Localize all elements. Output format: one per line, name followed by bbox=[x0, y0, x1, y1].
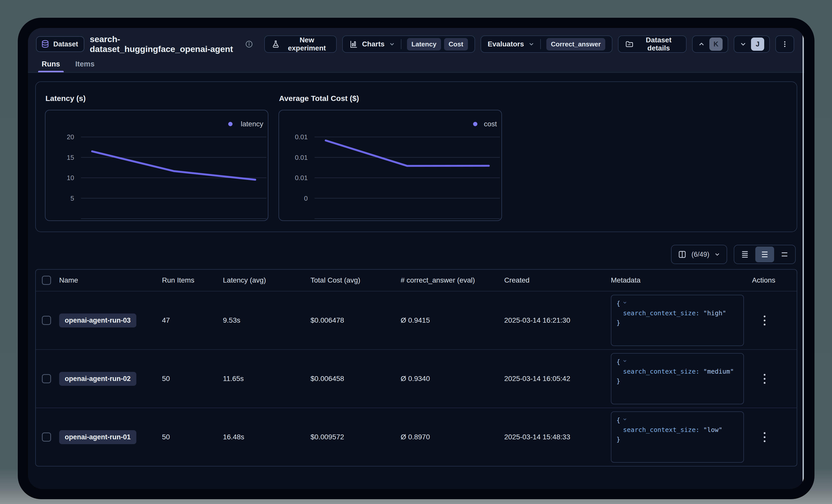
table-header-row: NameRun ItemsLatency (avg)Total Cost (av… bbox=[36, 270, 797, 291]
json-open-brace: { bbox=[617, 416, 738, 425]
metadata-cell: {search_context_size: "high"} bbox=[611, 295, 752, 346]
json-value: "low" bbox=[703, 426, 722, 433]
app-window: Dataset search-dataset_huggingface_opena… bbox=[18, 18, 814, 499]
json-key: search_context_size: bbox=[623, 309, 703, 317]
correct-answer-eval-cell: Ø 0.9415 bbox=[401, 316, 504, 325]
row-height-tall-button[interactable] bbox=[775, 247, 794, 262]
svg-text:cost: cost bbox=[484, 120, 497, 128]
row-actions-menu[interactable] bbox=[762, 314, 797, 327]
evaluator-chip-correct-answer[interactable]: Correct_answer bbox=[546, 38, 605, 51]
chevron-down-icon bbox=[528, 41, 535, 48]
row-actions-menu[interactable] bbox=[762, 372, 797, 385]
chevron-down-icon bbox=[739, 40, 747, 48]
json-open-brace: { bbox=[617, 299, 738, 308]
column-header-run-items: Run Items bbox=[162, 276, 223, 284]
active-tab-underline bbox=[38, 71, 64, 72]
json-entry: search_context_size: "low" bbox=[617, 425, 738, 435]
evaluators-dropdown[interactable]: Evaluators bbox=[488, 40, 524, 48]
run-items-cell: 50 bbox=[162, 433, 223, 441]
column-header--correct-answer-eval-: # correct_answer (eval) bbox=[401, 276, 504, 284]
json-collapse-chevron-icon[interactable] bbox=[622, 417, 627, 422]
info-icon[interactable] bbox=[245, 40, 253, 48]
dataset-type-badge: Dataset bbox=[36, 36, 84, 52]
dot bbox=[764, 382, 765, 384]
column-header-metadata: Metadata bbox=[611, 276, 752, 284]
row-height-medium-button[interactable] bbox=[755, 247, 774, 262]
dataset-details-button[interactable]: Dataset details bbox=[618, 35, 686, 53]
svg-text:0.01: 0.01 bbox=[295, 133, 308, 141]
prev-shortcut-button[interactable]: K bbox=[692, 35, 728, 53]
divider bbox=[540, 39, 541, 49]
table-row: openai-agent-run-025011.65s$0.006458Ø 0.… bbox=[36, 349, 797, 408]
cost-chart-title: Average Total Cost ($) bbox=[279, 94, 502, 103]
kebab-menu-icon bbox=[781, 40, 788, 49]
chart-chip-cost[interactable]: Cost bbox=[444, 38, 468, 51]
divider bbox=[401, 39, 401, 49]
json-value: "medium" bbox=[703, 368, 734, 375]
dataset-badge-label: Dataset bbox=[53, 40, 78, 48]
created-cell: 2025-03-14 15:48:33 bbox=[504, 433, 611, 441]
tabs: RunsItems bbox=[36, 57, 794, 72]
dot bbox=[764, 436, 765, 438]
dot bbox=[764, 374, 765, 376]
run-name-chip[interactable]: openai-agent-run-03 bbox=[59, 313, 136, 328]
row-checkbox[interactable] bbox=[42, 374, 51, 383]
new-experiment-button[interactable]: New experiment bbox=[264, 35, 336, 53]
table-controls: (6/49) bbox=[35, 245, 797, 264]
columns-selector-button[interactable]: (6/49) bbox=[671, 245, 727, 264]
chevron-up-icon bbox=[698, 40, 705, 48]
vertical-scrollbar[interactable] bbox=[803, 32, 804, 485]
dataset-details-label: Dataset details bbox=[638, 36, 679, 52]
dot bbox=[764, 440, 765, 442]
dot bbox=[764, 315, 765, 317]
svg-text:0.01: 0.01 bbox=[295, 154, 308, 161]
latency-avg-cell: 16.48s bbox=[223, 433, 311, 441]
charts-dropdown[interactable]: Charts bbox=[362, 40, 385, 48]
more-menu-button[interactable] bbox=[775, 35, 794, 53]
tab-items[interactable]: Items bbox=[70, 57, 100, 72]
runs-table: NameRun ItemsLatency (avg)Total Cost (av… bbox=[35, 269, 797, 467]
svg-text:latency: latency bbox=[241, 120, 263, 128]
json-key: search_context_size: bbox=[623, 426, 703, 433]
chart-chip-latency[interactable]: Latency bbox=[407, 38, 441, 51]
row-checkbox-cell bbox=[36, 316, 59, 325]
dot bbox=[764, 319, 765, 321]
folder-chart-icon bbox=[625, 40, 634, 49]
json-collapse-chevron-icon[interactable] bbox=[622, 358, 627, 363]
actions-cell bbox=[752, 314, 797, 327]
new-experiment-label: New experiment bbox=[284, 36, 329, 52]
metadata-cell: {search_context_size: "medium"} bbox=[611, 353, 752, 404]
metadata-cell: {search_context_size: "low"} bbox=[611, 412, 752, 463]
next-shortcut-button[interactable]: J bbox=[734, 35, 770, 53]
cost-chart-block: Average Total Cost ($) 0.010.010.010cost bbox=[279, 94, 502, 221]
page-title: search-dataset_huggingface_openai-agent bbox=[90, 34, 240, 54]
dot bbox=[764, 324, 765, 326]
row-checkbox[interactable] bbox=[42, 432, 51, 442]
total-cost-avg-cell: $0.006478 bbox=[311, 316, 401, 325]
metadata-json[interactable]: {search_context_size: "low"} bbox=[611, 412, 744, 463]
metadata-json[interactable]: {search_context_size: "medium"} bbox=[611, 353, 744, 404]
svg-text:5: 5 bbox=[71, 195, 74, 202]
row-actions-menu[interactable] bbox=[762, 431, 797, 444]
metadata-json[interactable]: {search_context_size: "high"} bbox=[611, 295, 744, 346]
svg-text:20: 20 bbox=[67, 133, 74, 141]
run-name-chip[interactable]: openai-agent-run-02 bbox=[59, 372, 136, 386]
correct-answer-eval-cell: Ø 0.8970 bbox=[401, 433, 504, 441]
total-cost-avg-cell: $0.009572 bbox=[311, 433, 401, 441]
row-checkbox[interactable] bbox=[42, 316, 51, 325]
run-name-chip[interactable]: openai-agent-run-01 bbox=[59, 430, 136, 444]
table-row: openai-agent-run-03479.53s$0.006478Ø 0.9… bbox=[36, 291, 797, 349]
keycap-k: K bbox=[709, 37, 723, 51]
tab-runs[interactable]: Runs bbox=[36, 57, 66, 72]
json-close-brace: } bbox=[617, 318, 738, 328]
json-collapse-chevron-icon[interactable] bbox=[622, 300, 627, 305]
columns-count-label: (6/49) bbox=[691, 251, 709, 258]
json-key: search_context_size: bbox=[623, 368, 703, 375]
run-items-cell: 47 bbox=[162, 316, 223, 325]
correct-answer-eval-cell: Ø 0.9340 bbox=[401, 375, 504, 383]
columns-icon bbox=[678, 250, 687, 259]
row-height-compact-button[interactable] bbox=[735, 247, 754, 262]
column-header-actions: Actions bbox=[752, 276, 797, 284]
select-all-checkbox[interactable] bbox=[42, 276, 51, 285]
json-open-brace: { bbox=[617, 357, 738, 367]
